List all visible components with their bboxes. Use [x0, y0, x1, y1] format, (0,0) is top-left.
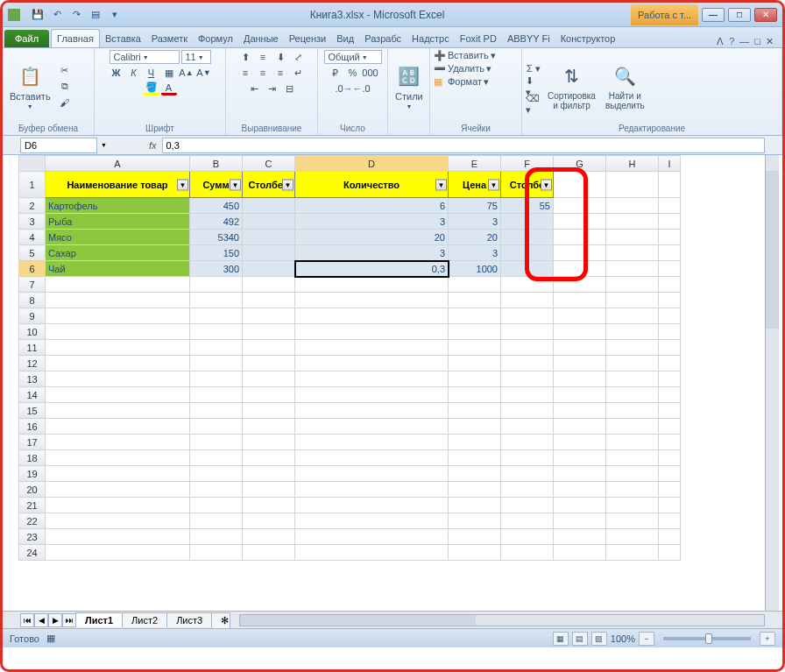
tab-view[interactable]: Вид: [331, 30, 359, 47]
cell[interactable]: [243, 230, 295, 245]
cell[interactable]: [295, 529, 449, 545]
cell[interactable]: [46, 371, 190, 387]
cell[interactable]: [46, 277, 190, 293]
cell[interactable]: [554, 545, 606, 561]
tab-design[interactable]: Конструктор: [555, 30, 621, 47]
cell[interactable]: [554, 403, 606, 419]
filter-dropdown-icon[interactable]: ▼: [282, 179, 293, 190]
cell[interactable]: 6: [295, 198, 449, 214]
row-header[interactable]: 9: [19, 308, 46, 324]
cell[interactable]: [46, 308, 190, 324]
row-header[interactable]: 20: [19, 482, 46, 498]
cell[interactable]: [295, 482, 449, 498]
find-select-button[interactable]: 🔍 Найти и выделить: [602, 61, 648, 112]
sheet-tab-3[interactable]: Лист3: [166, 612, 212, 627]
increase-decimal-button[interactable]: .0→: [336, 81, 352, 95]
cell[interactable]: [449, 482, 501, 498]
cell[interactable]: [501, 513, 554, 529]
cell[interactable]: [243, 293, 295, 308]
cell[interactable]: [659, 419, 681, 435]
cell[interactable]: [501, 435, 554, 450]
cell[interactable]: [659, 466, 681, 482]
close-button[interactable]: ✕: [754, 8, 777, 22]
cell[interactable]: [449, 387, 501, 403]
cell[interactable]: [501, 419, 554, 435]
cell[interactable]: [46, 482, 190, 498]
cell[interactable]: [295, 371, 449, 387]
cells-insert-button[interactable]: ➕Вставить ▾: [434, 50, 496, 61]
cell[interactable]: Мясо: [46, 230, 190, 245]
qat-redo-icon[interactable]: ↷: [67, 6, 85, 24]
cell[interactable]: [501, 293, 554, 308]
cell[interactable]: [46, 513, 190, 529]
cell[interactable]: [46, 356, 190, 371]
cell[interactable]: [659, 529, 681, 545]
row-header[interactable]: 15: [19, 403, 46, 419]
cell[interactable]: [554, 261, 606, 277]
cell[interactable]: [295, 293, 449, 308]
sort-filter-button[interactable]: ⇅ Сортировка и фильтр: [544, 61, 599, 112]
cell[interactable]: [243, 371, 295, 387]
cell[interactable]: [606, 387, 659, 403]
cell[interactable]: [554, 245, 606, 261]
tab-insert[interactable]: Вставка: [100, 30, 146, 47]
cell[interactable]: [659, 371, 681, 387]
row-header[interactable]: 17: [19, 435, 46, 450]
cell[interactable]: [449, 371, 501, 387]
view-normal-button[interactable]: ▦: [553, 632, 569, 646]
cell[interactable]: [243, 435, 295, 450]
cell[interactable]: [295, 387, 449, 403]
cell[interactable]: [295, 545, 449, 561]
tab-foxit[interactable]: Foxit PD: [455, 30, 502, 47]
row-header[interactable]: 8: [19, 293, 46, 308]
cell[interactable]: [243, 513, 295, 529]
cell[interactable]: [46, 450, 190, 466]
cell[interactable]: [554, 450, 606, 466]
cell[interactable]: [501, 498, 554, 513]
tab-formulas[interactable]: Формул: [193, 30, 238, 47]
tab-addins[interactable]: Надстрс: [407, 30, 455, 47]
help-icon[interactable]: ?: [729, 36, 734, 47]
cell[interactable]: [659, 230, 681, 245]
format-painter-icon[interactable]: 🖌: [57, 95, 73, 110]
cell[interactable]: [606, 513, 659, 529]
cell[interactable]: [554, 324, 606, 340]
percent-button[interactable]: %: [345, 66, 361, 80]
align-bottom-button[interactable]: ⬇: [272, 50, 288, 64]
cell[interactable]: [501, 403, 554, 419]
cell[interactable]: [606, 293, 659, 308]
cell[interactable]: [449, 498, 501, 513]
cell[interactable]: [606, 403, 659, 419]
cell[interactable]: [606, 529, 659, 545]
column-header[interactable]: D: [295, 156, 449, 172]
cell[interactable]: [554, 419, 606, 435]
cell[interactable]: [190, 466, 243, 482]
cell[interactable]: [243, 340, 295, 356]
cell[interactable]: [449, 403, 501, 419]
cell[interactable]: [554, 529, 606, 545]
cell[interactable]: [295, 435, 449, 450]
cell[interactable]: 3: [295, 245, 449, 261]
cell[interactable]: [243, 245, 295, 261]
merge-button[interactable]: ⊟: [281, 81, 297, 95]
cell[interactable]: 300: [190, 261, 243, 277]
font-color-button[interactable]: A: [161, 81, 177, 95]
row-header[interactable]: 7: [19, 277, 46, 293]
grid[interactable]: ABCDEFGHI1Наименование товар▼Сумм▼Столбе…: [18, 155, 681, 561]
cell[interactable]: [659, 482, 681, 498]
italic-button[interactable]: К: [126, 66, 142, 80]
filter-dropdown-icon[interactable]: ▼: [177, 179, 188, 190]
cell[interactable]: [606, 261, 659, 277]
cell[interactable]: [243, 214, 295, 230]
cell[interactable]: [46, 545, 190, 561]
cell[interactable]: [659, 245, 681, 261]
fill-color-button[interactable]: 🪣: [144, 81, 159, 95]
cell[interactable]: 492: [190, 214, 243, 230]
font-name-select[interactable]: Calibri ▼: [110, 50, 180, 64]
cell[interactable]: [243, 482, 295, 498]
cell[interactable]: [659, 340, 681, 356]
cell[interactable]: [606, 172, 659, 198]
cell[interactable]: [606, 356, 659, 371]
name-box[interactable]: D6: [20, 138, 97, 153]
cells-delete-button[interactable]: ➖Удалить ▾: [434, 63, 492, 74]
